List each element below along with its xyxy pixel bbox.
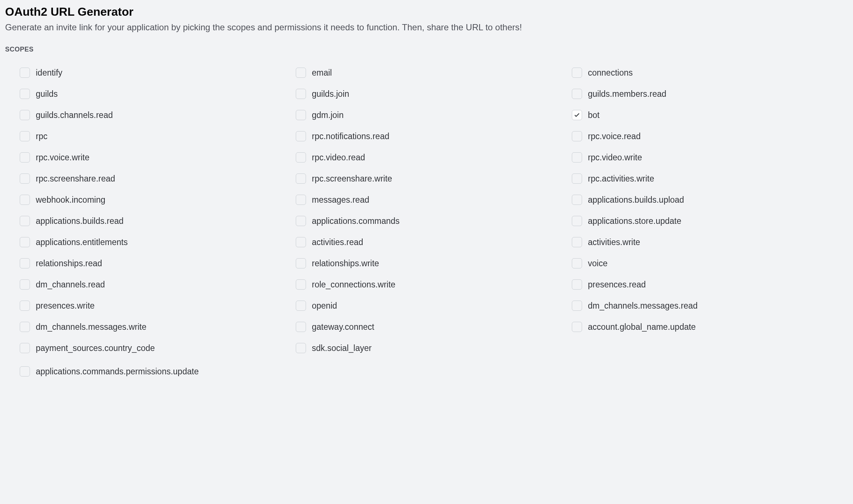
scope-checkbox-rpc[interactable] (20, 131, 30, 141)
scope-item-applications-entitlements[interactable]: applications.entitlements (20, 232, 296, 253)
scope-item-sdk-social-layer[interactable]: sdk.social_layer (296, 337, 572, 359)
scope-item-dm-channels-read[interactable]: dm_channels.read (20, 274, 296, 295)
scope-checkbox-activities-read[interactable] (296, 237, 306, 247)
scope-checkbox-rpc-video-write[interactable] (572, 152, 582, 163)
scope-item-dm-channels-messages-read[interactable]: dm_channels.messages.read (572, 295, 848, 316)
scope-item-account-global-name-update[interactable]: account.global_name.update (572, 316, 848, 337)
scope-checkbox-sdk-social-layer[interactable] (296, 343, 306, 353)
scope-item-guilds-members-read[interactable]: guilds.members.read (572, 83, 848, 104)
scope-label: activities.read (312, 237, 363, 247)
scope-item-activities-read[interactable]: activities.read (296, 232, 572, 253)
scope-checkbox-applications-builds-upload[interactable] (572, 195, 582, 205)
scope-column-1: identifyguildsguilds.channels.readrpcrpc… (20, 62, 296, 359)
scope-item-applications-builds-read[interactable]: applications.builds.read (20, 210, 296, 232)
scope-checkbox-email[interactable] (296, 68, 306, 78)
scope-item-payment-sources-country-code[interactable]: payment_sources.country_code (20, 337, 296, 359)
scope-checkbox-guilds-members-read[interactable] (572, 89, 582, 99)
scope-item-rpc-activities-write[interactable]: rpc.activities.write (572, 168, 848, 189)
scope-checkbox-rpc-screenshare-write[interactable] (296, 173, 306, 184)
scope-item-voice[interactable]: voice (572, 253, 848, 274)
scope-checkbox-connections[interactable] (572, 68, 582, 78)
scope-checkbox-activities-write[interactable] (572, 237, 582, 247)
scope-item-gdm-join[interactable]: gdm.join (296, 104, 572, 126)
scope-item-presences-read[interactable]: presences.read (572, 274, 848, 295)
scope-item-rpc-notifications-read[interactable]: rpc.notifications.read (296, 126, 572, 147)
scope-item-rpc-screenshare-write[interactable]: rpc.screenshare.write (296, 168, 572, 189)
scope-item-gateway-connect[interactable]: gateway.connect (296, 316, 572, 337)
scope-columns: identifyguildsguilds.channels.readrpcrpc… (20, 62, 848, 359)
scope-checkbox-applications-entitlements[interactable] (20, 237, 30, 247)
scope-checkbox-presences-write[interactable] (20, 301, 30, 311)
scope-label: openid (312, 301, 337, 311)
scope-item-openid[interactable]: openid (296, 295, 572, 316)
scope-item-guilds[interactable]: guilds (20, 83, 296, 104)
scope-checkbox-applications-store-update[interactable] (572, 216, 582, 226)
scope-label: webhook.incoming (36, 195, 106, 205)
scope-label: messages.read (312, 195, 369, 205)
scope-item-presences-write[interactable]: presences.write (20, 295, 296, 316)
scope-label: voice (588, 259, 608, 268)
scope-checkbox-relationships-write[interactable] (296, 258, 306, 268)
scope-label: email (312, 68, 332, 78)
scope-checkbox-presences-read[interactable] (572, 279, 582, 290)
scope-item-rpc-voice-read[interactable]: rpc.voice.read (572, 126, 848, 147)
scope-item-email[interactable]: email (296, 62, 572, 83)
scope-checkbox-rpc-notifications-read[interactable] (296, 131, 306, 141)
scope-label: dm_channels.messages.write (36, 322, 146, 332)
scope-item-guilds-channels-read[interactable]: guilds.channels.read (20, 104, 296, 126)
scope-checkbox-guilds[interactable] (20, 89, 30, 99)
scope-checkbox-payment-sources-country-code[interactable] (20, 343, 30, 353)
scope-checkbox-dm-channels-messages-write[interactable] (20, 322, 30, 332)
scope-item-guilds-join[interactable]: guilds.join (296, 83, 572, 104)
scope-checkbox-rpc-screenshare-read[interactable] (20, 173, 30, 184)
scope-checkbox-applications-builds-read[interactable] (20, 216, 30, 226)
scope-checkbox-gateway-connect[interactable] (296, 322, 306, 332)
scope-item-rpc-screenshare-read[interactable]: rpc.screenshare.read (20, 168, 296, 189)
scope-item-rpc[interactable]: rpc (20, 126, 296, 147)
scope-checkbox-guilds-join[interactable] (296, 89, 306, 99)
scope-item-applications-commands-permissions-update[interactable]: applications.commands.permissions.update (20, 361, 848, 382)
scope-checkbox-guilds-channels-read[interactable] (20, 110, 30, 120)
scope-checkbox-role-connections-write[interactable] (296, 279, 306, 290)
scope-item-connections[interactable]: connections (572, 62, 848, 83)
scope-checkbox-rpc-voice-read[interactable] (572, 131, 582, 141)
scope-label: rpc.video.read (312, 153, 365, 163)
scope-item-activities-write[interactable]: activities.write (572, 232, 848, 253)
scope-checkbox-account-global-name-update[interactable] (572, 322, 582, 332)
scope-label: payment_sources.country_code (36, 343, 155, 353)
scope-checkbox-voice[interactable] (572, 258, 582, 268)
scope-label: rpc.notifications.read (312, 131, 389, 141)
scope-checkbox-rpc-activities-write[interactable] (572, 173, 582, 184)
scope-item-relationships-read[interactable]: relationships.read (20, 253, 296, 274)
scope-item-bot[interactable]: bot (572, 104, 848, 126)
scope-item-role-connections-write[interactable]: role_connections.write (296, 274, 572, 295)
scope-label: dm_channels.messages.read (588, 301, 697, 311)
scope-item-rpc-voice-write[interactable]: rpc.voice.write (20, 147, 296, 168)
scope-checkbox-dm-channels-read[interactable] (20, 279, 30, 290)
scope-checkbox-gdm-join[interactable] (296, 110, 306, 120)
scope-checkbox-rpc-voice-write[interactable] (20, 152, 30, 163)
scope-item-identify[interactable]: identify (20, 62, 296, 83)
scope-checkbox-webhook-incoming[interactable] (20, 195, 30, 205)
scope-label: role_connections.write (312, 280, 395, 290)
scope-item-dm-channels-messages-write[interactable]: dm_channels.messages.write (20, 316, 296, 337)
scope-checkbox-applications-commands-permissions-update[interactable] (20, 366, 30, 377)
scope-checkbox-identify[interactable] (20, 68, 30, 78)
check-icon (574, 112, 580, 118)
scope-checkbox-messages-read[interactable] (296, 195, 306, 205)
scope-checkbox-dm-channels-messages-read[interactable] (572, 301, 582, 311)
scope-item-applications-store-update[interactable]: applications.store.update (572, 210, 848, 232)
scope-checkbox-bot[interactable] (572, 110, 582, 120)
scope-checkbox-openid[interactable] (296, 301, 306, 311)
scope-item-rpc-video-write[interactable]: rpc.video.write (572, 147, 848, 168)
scope-item-applications-builds-upload[interactable]: applications.builds.upload (572, 189, 848, 210)
scope-checkbox-rpc-video-read[interactable] (296, 152, 306, 163)
scope-checkbox-relationships-read[interactable] (20, 258, 30, 268)
scope-item-rpc-video-read[interactable]: rpc.video.read (296, 147, 572, 168)
scope-checkbox-applications-commands[interactable] (296, 216, 306, 226)
scope-item-webhook-incoming[interactable]: webhook.incoming (20, 189, 296, 210)
scope-label: sdk.social_layer (312, 343, 372, 353)
scope-item-messages-read[interactable]: messages.read (296, 189, 572, 210)
scope-item-relationships-write[interactable]: relationships.write (296, 253, 572, 274)
scope-item-applications-commands[interactable]: applications.commands (296, 210, 572, 232)
